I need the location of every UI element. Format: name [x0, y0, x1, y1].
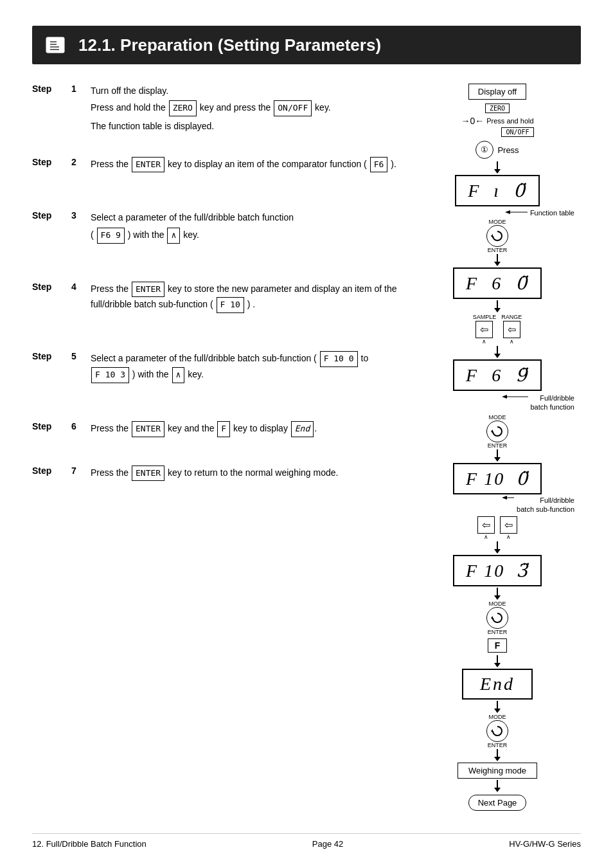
step-2-num: 2 — [71, 157, 84, 167]
svg-marker-14 — [491, 616, 493, 620]
arrow-4 — [497, 346, 498, 354]
steps-column: Step 1 Turn off the display. Press and h… — [32, 84, 414, 813]
step-3-label: Step — [32, 210, 67, 221]
svg-marker-10 — [502, 395, 507, 399]
arrow-7 — [497, 588, 498, 595]
step-7-content: Press the ENTER key to return to the nor… — [91, 466, 401, 484]
display-f6: F 6 0̈ — [453, 267, 542, 299]
step-1-line-1: Turn off the display. — [91, 84, 401, 98]
weighing-mode-box: Weighing mode — [458, 763, 537, 779]
sample-range-row-2: ⇦ ∧ ⇦ ∧ — [477, 516, 517, 540]
arrow-3 — [497, 300, 498, 308]
f-key-diag-wrapper: F — [488, 638, 508, 653]
mode-circle-3 — [486, 607, 508, 629]
next-page-wrapper: Next Page — [420, 795, 574, 811]
footer-center: Page 42 — [312, 839, 343, 849]
step-1: Step 1 Turn off the display. Press and h… — [32, 84, 401, 136]
step-4-label: Step — [32, 282, 67, 292]
arrowhead-7 — [494, 595, 501, 600]
svg-marker-15 — [491, 729, 493, 733]
sample-btn-2: ⇦ ∧ — [477, 516, 495, 540]
display-f6-wrapper: F 6 0̈ — [420, 267, 574, 299]
mode-circle-4 — [486, 720, 508, 742]
step-7: Step 7 Press the ENTER key to return to … — [32, 466, 401, 484]
step-6-num: 6 — [71, 421, 84, 431]
svg-marker-13 — [502, 496, 507, 500]
f10-key-ref: F 10 — [217, 297, 244, 313]
step-1-line-2: Press and hold the ZERO key and press th… — [91, 100, 401, 116]
weighing-mode-wrapper: Weighing mode — [420, 763, 574, 779]
f-key-diag: F — [488, 638, 508, 653]
step-6-content: Press the ENTER key and the F key to dis… — [91, 421, 401, 440]
zero-key-ref: ZERO — [169, 100, 197, 116]
enter-key-ref-2: ENTER — [132, 157, 164, 173]
arrowhead-8 — [494, 663, 501, 667]
arrow-10 — [497, 749, 498, 757]
display-f103-wrapper: F 10 3̈ — [420, 555, 574, 586]
display-end: End — [462, 669, 533, 700]
sample-range-row-1: SAMPLE ⇦ ∧ RANGE ⇦ ∧ — [473, 314, 522, 345]
range-btn-2: ⇦ ∧ — [500, 516, 517, 540]
mode-enter-1: MODE ENTER — [486, 219, 508, 253]
f69-key-ref: F6 9 — [97, 228, 125, 244]
page-header: 12.1. Preparation (Setting Parameters) — [32, 26, 581, 64]
svg-marker-11 — [491, 429, 493, 433]
diagram-column: Display off ZERO →0← Press and hold ON/O… — [414, 84, 581, 813]
step-5-label: Step — [32, 351, 67, 361]
step-6-label: Step — [32, 421, 67, 431]
arrow-5 — [497, 449, 498, 457]
range-icon-2: ⇦ — [500, 516, 517, 534]
circle-key-1: ① — [475, 141, 493, 159]
step-2-line-1: Press the ENTER key to display an item o… — [91, 157, 401, 173]
page: 12.1. Preparation (Setting Parameters) S… — [0, 0, 613, 868]
arrowhead-10 — [494, 757, 501, 761]
step-5-line-1: Select a parameter of the full/dribble b… — [91, 351, 401, 383]
arrow-1 — [497, 161, 498, 169]
zero-key-diag: ZERO — [485, 104, 510, 113]
mode-enter-2: MODE ENTER — [486, 414, 508, 449]
arrowhead-5 — [494, 457, 501, 462]
step-6-line-1: Press the ENTER key and the F key to dis… — [91, 421, 401, 437]
f103-key-ref: F 10 3 — [91, 367, 129, 383]
batch-function-label: Full/dribblebatch function — [528, 393, 575, 412]
batch-subfunction-label: Full/dribblebatch sub-function — [514, 496, 574, 514]
footer-right: HV-G/HW-G Series — [509, 839, 581, 849]
display-end-wrapper: End — [420, 669, 574, 700]
f100-key-ref: F 10 0 — [320, 351, 358, 367]
display-f103: F 10 3̈ — [453, 555, 542, 586]
svg-marker-8 — [491, 234, 493, 238]
press-hold-label: Press and hold — [486, 117, 533, 125]
arrowhead-9 — [494, 709, 501, 713]
step-2-label: Step — [32, 157, 67, 167]
full-diagram: Display off ZERO →0← Press and hold ON/O… — [420, 84, 574, 813]
header-icon — [44, 32, 69, 58]
arrow-right-1: →0← — [461, 116, 484, 126]
enter-key-ref-6: ENTER — [132, 421, 164, 437]
arrowhead-3 — [494, 308, 501, 312]
step-4-num: 4 — [71, 282, 84, 292]
arrow-8 — [497, 655, 498, 663]
range-icon-1: ⇦ — [503, 321, 520, 338]
page-title: 12.1. Preparation (Setting Parameters) — [78, 35, 381, 55]
mode-enter-3: MODE ENTER — [486, 601, 508, 635]
main-content: Step 1 Turn off the display. Press and h… — [32, 84, 581, 813]
enter-key-ref-7: ENTER — [132, 466, 164, 482]
f-key-ref-6: F — [217, 421, 230, 437]
arrowhead-2 — [494, 262, 501, 266]
step-3-num: 3 — [71, 210, 84, 221]
press-label-1: Press — [497, 145, 519, 155]
step-3: Step 3 Select a parameter of the full/dr… — [32, 210, 401, 246]
onoff-key-ref: ON/OFF — [274, 100, 312, 116]
up-key-ref-3: ∧ — [167, 228, 180, 244]
onoff-key-diag: ON/OFF — [501, 127, 533, 137]
arrow-11 — [497, 780, 498, 788]
step-1-label: Step — [32, 84, 67, 94]
step-5-content: Select a parameter of the full/dribble b… — [91, 351, 401, 386]
end-key-ref: End — [291, 421, 314, 437]
step-1-num: 1 — [71, 84, 84, 94]
display-off-box: Display off — [468, 84, 526, 100]
svg-marker-7 — [505, 210, 510, 214]
page-footer: 12. Full/Dribble Batch Function Page 42 … — [32, 833, 581, 849]
next-page-btn[interactable]: Next Page — [468, 795, 527, 811]
arrowhead-4 — [494, 354, 501, 358]
